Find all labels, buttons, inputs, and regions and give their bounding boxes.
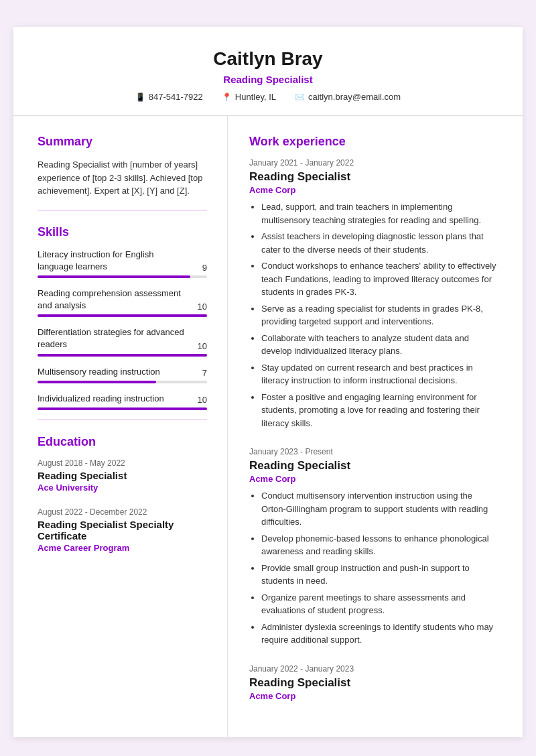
work-date: January 2021 - January 2022 (249, 158, 498, 168)
summary-title: Summary (38, 135, 207, 149)
right-column: Work experience January 2021 - January 2… (228, 116, 523, 737)
resume-container: Caitlyn Bray Reading Specialist 📱 847-54… (13, 27, 523, 737)
skill-name: Reading comprehension assessment and ana… (38, 288, 185, 312)
work-bullet: Foster a positive and engaging learning … (261, 391, 498, 430)
skill-item: Reading comprehension assessment and ana… (38, 288, 207, 317)
work-bullet: Administer dyslexia screenings to identi… (261, 621, 498, 647)
skill-bar-bg (38, 381, 207, 383)
work-item: January 2022 - January 2023 Reading Spec… (249, 664, 498, 701)
education-item: August 2018 - May 2022 Reading Specialis… (38, 458, 207, 493)
education-title: Education (38, 435, 207, 449)
summary-section: Summary Reading Specialist with [number … (38, 135, 207, 210)
education-item: August 2022 - December 2022 Reading Spec… (38, 507, 207, 553)
work-title: Reading Specialist (249, 170, 498, 184)
edu-date: August 2018 - May 2022 (38, 458, 207, 468)
work-item: January 2021 - January 2022 Reading Spec… (249, 158, 498, 430)
location-text: Huntley, IL (235, 92, 276, 102)
summary-text: Reading Specialist with [number of years… (38, 158, 207, 198)
edu-date: August 2022 - December 2022 (38, 507, 207, 517)
skill-header: Literacy instruction for English languag… (38, 249, 207, 273)
skill-score: 9 (194, 263, 207, 273)
skill-header: Multisensory reading instruction 7 (38, 366, 207, 378)
skill-bar-fill (38, 381, 156, 383)
work-bullet: Organize parent meetings to share assess… (261, 591, 498, 617)
skills-title: Skills (38, 225, 207, 239)
work-bullet: Serve as a reading specialist for studen… (261, 302, 498, 328)
edu-school: Acme Career Program (38, 543, 207, 553)
work-bullet: Conduct multisensory intervention instru… (261, 489, 498, 529)
skill-bar-bg (38, 314, 207, 317)
work-bullets: Lead, support, and train teachers in imp… (249, 200, 498, 430)
education-section: Education August 2018 - May 2022 Reading… (38, 435, 207, 553)
work-title: Reading Specialist (249, 676, 498, 690)
work-item: January 2023 - Present Reading Specialis… (249, 447, 498, 647)
work-company: Acme Corp (249, 691, 498, 701)
work-bullet: Conduct workshops to enhance teachers' a… (261, 259, 498, 299)
location-icon: 📍 (222, 92, 232, 102)
candidate-name: Caitlyn Bray (40, 48, 496, 70)
skill-bar-bg (38, 275, 207, 278)
skill-bar-fill (38, 275, 190, 278)
resume-body: Summary Reading Specialist with [number … (13, 116, 523, 737)
skill-item: Individualized reading instruction 10 (38, 393, 207, 410)
edu-degree: Reading Specialist Specialty Certificate (38, 519, 207, 542)
skill-score: 10 (194, 341, 207, 351)
resume-header: Caitlyn Bray Reading Specialist 📱 847-54… (13, 27, 523, 116)
location-contact: 📍 Huntley, IL (222, 92, 276, 102)
skills-section: Skills Literacy instruction for English … (38, 225, 207, 421)
skill-bar-fill (38, 354, 207, 357)
skill-name: Individualized reading instruction (38, 393, 164, 405)
work-bullet: Stay updated on current research and bes… (261, 361, 498, 387)
work-bullet: Provide small group instruction and push… (261, 562, 498, 588)
skill-bar-bg (38, 407, 207, 410)
skill-header: Differentiation strategies for advanced … (38, 326, 207, 351)
edu-degree: Reading Specialist (38, 470, 207, 481)
work-bullet: Lead, support, and train teachers in imp… (261, 200, 498, 227)
left-column: Summary Reading Specialist with [number … (13, 116, 228, 737)
skill-name: Literacy instruction for English languag… (38, 249, 185, 273)
skill-score: 10 (194, 395, 207, 405)
skill-bar-bg (38, 354, 207, 357)
work-title: Reading Specialist (249, 459, 498, 472)
skill-bar-fill (38, 407, 207, 410)
skill-header: Individualized reading instruction 10 (38, 393, 207, 405)
skill-score: 7 (194, 368, 207, 378)
work-bullet: Assist teachers in developing diagnostic… (261, 230, 498, 256)
skill-bar-fill (38, 314, 207, 317)
email-icon: ✉️ (295, 92, 305, 102)
skill-name: Multisensory reading instruction (38, 366, 160, 378)
work-bullet: Collaborate with teachers to analyze stu… (261, 332, 498, 358)
work-bullets: Conduct multisensory intervention instru… (249, 489, 498, 647)
contact-info: 📱 847-541-7922 📍 Huntley, IL ✉️ caitlyn.… (40, 92, 496, 102)
phone-icon: 📱 (135, 92, 145, 102)
skill-item: Multisensory reading instruction 7 (38, 366, 207, 383)
work-experience-title: Work experience (249, 135, 498, 149)
skills-divider (38, 420, 207, 420)
work-company: Acme Corp (249, 474, 498, 484)
summary-divider (38, 210, 207, 210)
phone-number: 847-541-7922 (149, 92, 203, 102)
skill-item: Differentiation strategies for advanced … (38, 326, 207, 356)
skill-header: Reading comprehension assessment and ana… (38, 288, 207, 312)
candidate-title: Reading Specialist (40, 74, 496, 85)
work-date: January 2022 - January 2023 (249, 664, 498, 674)
edu-school: Ace University (38, 483, 207, 493)
email-contact: ✉️ caitlyn.bray@email.com (295, 92, 401, 102)
email-address: caitlyn.bray@email.com (308, 92, 401, 102)
skill-item: Literacy instruction for English languag… (38, 249, 207, 278)
phone-contact: 📱 847-541-7922 (135, 92, 203, 102)
skill-name: Differentiation strategies for advanced … (38, 326, 185, 351)
skill-score: 10 (194, 302, 207, 312)
work-bullet: Develop phonemic-based lessons to enhanc… (261, 532, 498, 558)
work-company: Acme Corp (249, 185, 498, 195)
work-date: January 2023 - Present (249, 447, 498, 456)
